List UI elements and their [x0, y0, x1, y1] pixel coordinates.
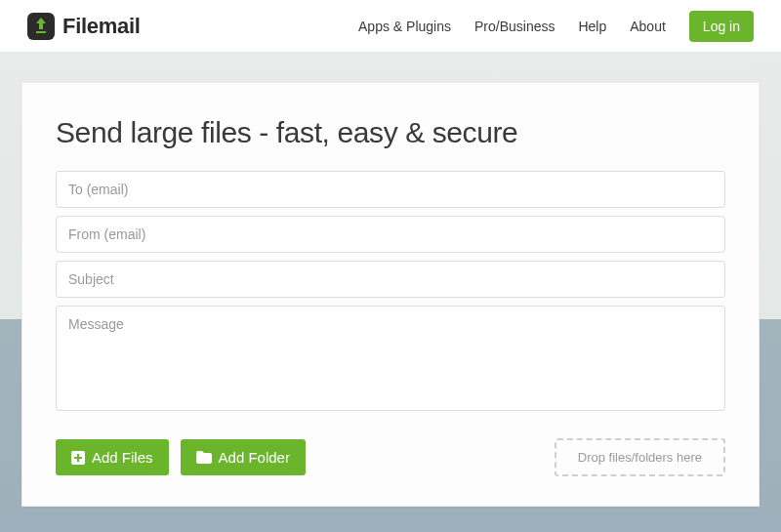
nav-apps-plugins[interactable]: Apps & Plugins	[358, 19, 451, 34]
plus-square-icon	[71, 451, 85, 465]
to-email-input[interactable]	[56, 171, 725, 208]
svg-rect-0	[36, 31, 46, 33]
top-navbar: Filemail Apps & Plugins Pro/Business Hel…	[0, 0, 781, 53]
actions-row: Add Files Add Folder Drop files/folders …	[56, 438, 725, 476]
subject-input[interactable]	[56, 261, 725, 298]
svg-rect-3	[74, 457, 82, 459]
from-email-input[interactable]	[56, 216, 725, 253]
page-headline: Send large files - fast, easy & secure	[56, 116, 725, 149]
send-form-card: Send large files - fast, easy & secure A…	[21, 82, 760, 507]
hero-background: Send large files - fast, easy & secure A…	[0, 53, 781, 532]
add-files-label: Add Files	[92, 449, 153, 466]
add-folder-button[interactable]: Add Folder	[181, 439, 306, 475]
nav-help[interactable]: Help	[578, 19, 606, 34]
login-button[interactable]: Log in	[689, 11, 754, 42]
brand-logo-icon	[27, 13, 55, 40]
primary-nav: Apps & Plugins Pro/Business Help About L…	[358, 11, 754, 42]
brand-name: Filemail	[62, 14, 141, 39]
nav-about[interactable]: About	[630, 19, 666, 34]
message-textarea[interactable]	[56, 306, 725, 411]
arrow-up-icon	[33, 18, 49, 35]
dropzone[interactable]: Drop files/folders here	[555, 438, 725, 476]
add-files-button[interactable]: Add Files	[56, 439, 169, 475]
add-folder-label: Add Folder	[219, 449, 290, 466]
brand[interactable]: Filemail	[27, 13, 141, 40]
folder-icon	[196, 451, 212, 464]
nav-pro-business[interactable]: Pro/Business	[474, 19, 555, 34]
dropzone-label: Drop files/folders here	[578, 450, 702, 465]
